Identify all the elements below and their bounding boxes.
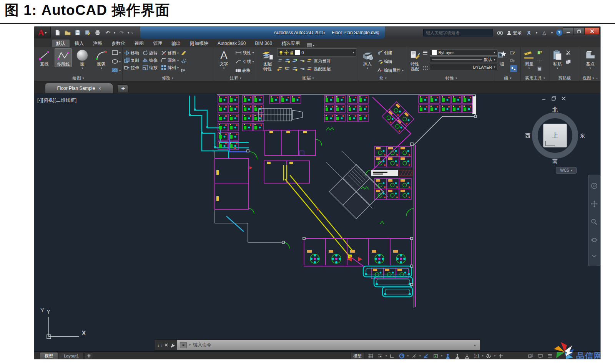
a360-caret[interactable]: ▾ bbox=[551, 31, 553, 35]
autoscale-toggle[interactable] bbox=[453, 352, 462, 359]
table-button[interactable]: 表格 bbox=[235, 67, 254, 74]
match-properties-button[interactable]: 特性匹配 bbox=[410, 48, 421, 71]
match-layer-label[interactable]: 匹配图层 bbox=[314, 66, 331, 72]
explode-tool-icon[interactable] bbox=[181, 58, 186, 65]
tab-close-icon[interactable]: ✕ bbox=[98, 86, 101, 91]
paste-button[interactable]: 粘贴▾ bbox=[551, 48, 564, 70]
panel-label-block[interactable]: 块▾ bbox=[358, 75, 408, 81]
ungroup-icon[interactable] bbox=[510, 49, 517, 56]
insert-block-button[interactable]: 插入▾ bbox=[360, 48, 375, 70]
drawing-minimize-icon[interactable] bbox=[542, 96, 546, 101]
stretch-button[interactable]: 拉伸 bbox=[124, 64, 139, 71]
layout1-tab[interactable]: Layout1 bbox=[59, 352, 84, 359]
cut-icon[interactable] bbox=[566, 49, 571, 56]
snap-caret[interactable]: ▾ bbox=[385, 354, 387, 357]
array-button[interactable]: 阵列▾ bbox=[161, 64, 179, 71]
polyline-button[interactable]: 多段线 bbox=[55, 48, 72, 67]
tab-annotate[interactable]: 注释 bbox=[89, 40, 106, 47]
document-tab[interactable]: Floor Plan Sample✕ bbox=[45, 83, 113, 94]
ortho-toggle[interactable] bbox=[387, 352, 397, 359]
group-button[interactable]: 组 bbox=[497, 48, 508, 66]
command-customize-wrench-icon[interactable] bbox=[170, 343, 175, 347]
tab-addins[interactable]: 附加模块 bbox=[186, 40, 213, 47]
line-button[interactable]: 直线 bbox=[36, 48, 53, 66]
snap-toggle[interactable] bbox=[376, 352, 385, 359]
save-as-button[interactable] bbox=[84, 29, 91, 36]
copy-clip-icon[interactable] bbox=[566, 58, 571, 65]
viewport-controls[interactable]: [-][俯视][二维线框] bbox=[37, 97, 77, 104]
sign-in-button[interactable]: 登录 bbox=[507, 30, 522, 36]
close-button[interactable] bbox=[584, 27, 600, 35]
scale-value[interactable]: 1:1 bbox=[472, 352, 481, 359]
layer-isolate-icon[interactable] bbox=[284, 58, 290, 63]
scale-caret[interactable]: ▾ bbox=[482, 354, 484, 357]
tab-view[interactable]: 视图 bbox=[130, 40, 148, 47]
layer-thaw-icon[interactable] bbox=[284, 66, 290, 71]
workspace-gear-icon[interactable] bbox=[484, 352, 493, 359]
help-search-input[interactable] bbox=[423, 29, 493, 36]
tab-bim360[interactable]: BIM 360 bbox=[251, 40, 276, 47]
tab-parametric[interactable]: 参数化 bbox=[107, 40, 130, 47]
text-button[interactable]: A 文字▾ bbox=[215, 48, 233, 70]
redo-button[interactable]: ↷ bbox=[118, 29, 125, 36]
orbit-icon[interactable] bbox=[591, 237, 598, 243]
undo-button[interactable]: ↶ bbox=[104, 29, 111, 36]
panel-label-modify[interactable]: 修改▾ bbox=[123, 75, 213, 81]
layer-lock-toggle-icon[interactable] bbox=[299, 58, 305, 63]
linear-dimension-button[interactable]: 线性▾ bbox=[235, 49, 254, 56]
redo-dropdown-caret[interactable]: ▾ bbox=[128, 31, 129, 35]
compass-east[interactable]: 东 bbox=[580, 132, 585, 139]
panel-label-layers[interactable]: 图层▾ bbox=[258, 75, 357, 81]
command-close-icon[interactable] bbox=[165, 343, 168, 347]
new-file-button[interactable] bbox=[54, 29, 62, 36]
exchange-caret[interactable]: ▾ bbox=[536, 31, 537, 35]
isodraft-caret[interactable]: ▾ bbox=[419, 354, 421, 357]
ribbon-display-toggle[interactable]: ▾ bbox=[307, 43, 314, 47]
move-button[interactable]: 移动 bbox=[124, 50, 139, 56]
object-snap-toggle[interactable] bbox=[431, 352, 440, 359]
arc-button[interactable]: 圆弧▾ bbox=[93, 48, 110, 70]
open-file-button[interactable] bbox=[64, 29, 71, 36]
circle-button[interactable]: 圆▾ bbox=[74, 48, 91, 70]
model-space-canvas[interactable]: [-][俯视][二维线框] 北 南 西 东 上 WCS▾ bbox=[34, 93, 601, 351]
quick-select-icon[interactable] bbox=[537, 49, 542, 56]
set-current-layer-icon[interactable] bbox=[306, 58, 312, 63]
command-grip-icon[interactable]: ⋮⋮ bbox=[157, 343, 162, 347]
qat-customize-caret[interactable]: ▿ bbox=[131, 31, 133, 35]
annotation-scale-icon[interactable] bbox=[462, 352, 472, 359]
pan-icon[interactable] bbox=[591, 200, 598, 207]
application-menu-button[interactable]: A▾ bbox=[34, 27, 51, 38]
layer-merge-icon[interactable] bbox=[292, 66, 298, 71]
erase-tool-icon[interactable] bbox=[181, 49, 186, 56]
linetype-dropdown[interactable]: BYLAYER▾ bbox=[430, 64, 497, 70]
polar-tracking-toggle[interactable] bbox=[397, 352, 406, 359]
group-selection-toggle[interactable] bbox=[510, 65, 517, 72]
customize-status-button[interactable] bbox=[496, 352, 505, 359]
panel-label-draw[interactable]: 绘图▾ bbox=[34, 75, 122, 81]
tab-home[interactable]: 默认 bbox=[52, 40, 70, 47]
trim-button[interactable]: 修剪▾ bbox=[161, 50, 179, 56]
help-icon[interactable]: ? bbox=[556, 30, 562, 36]
edit-block-button[interactable]: 编辑 bbox=[377, 58, 404, 65]
panel-label-view[interactable]: 视图▾⌄ bbox=[580, 75, 600, 81]
fillet-button[interactable]: 圆角▾ bbox=[161, 57, 179, 64]
compass-west[interactable]: 西 bbox=[525, 132, 530, 139]
tab-autodesk360[interactable]: Autodesk 360 bbox=[213, 40, 250, 47]
command-input[interactable]: ▣▾ 键入命令 ▲ bbox=[177, 340, 480, 350]
save-button[interactable] bbox=[74, 29, 81, 36]
layer-unisolate-icon[interactable] bbox=[292, 58, 298, 63]
create-block-button[interactable]: 创建 bbox=[377, 49, 404, 56]
object-snap-tracking-toggle[interactable] bbox=[421, 352, 430, 359]
exchange-apps-icon[interactable]: X bbox=[525, 29, 532, 36]
plot-button[interactable] bbox=[94, 29, 101, 36]
measure-button[interactable]: 测量▾ bbox=[522, 48, 535, 70]
command-history-caret[interactable]: ▲ bbox=[473, 343, 477, 347]
tab-insert[interactable]: 插入 bbox=[70, 40, 88, 47]
command-line[interactable]: ⋮⋮ ▣▾ 键入命令 ▲ bbox=[154, 339, 480, 351]
minimize-button[interactable] bbox=[563, 27, 574, 35]
panel-label-utilities[interactable]: 实用工具▾ bbox=[521, 75, 549, 81]
group-edit-icon[interactable] bbox=[510, 57, 517, 64]
lineweight-dropdown[interactable]: 默认▾ bbox=[430, 56, 497, 63]
layer-walk-icon[interactable] bbox=[299, 66, 305, 71]
layer-off-icon[interactable] bbox=[277, 58, 283, 63]
